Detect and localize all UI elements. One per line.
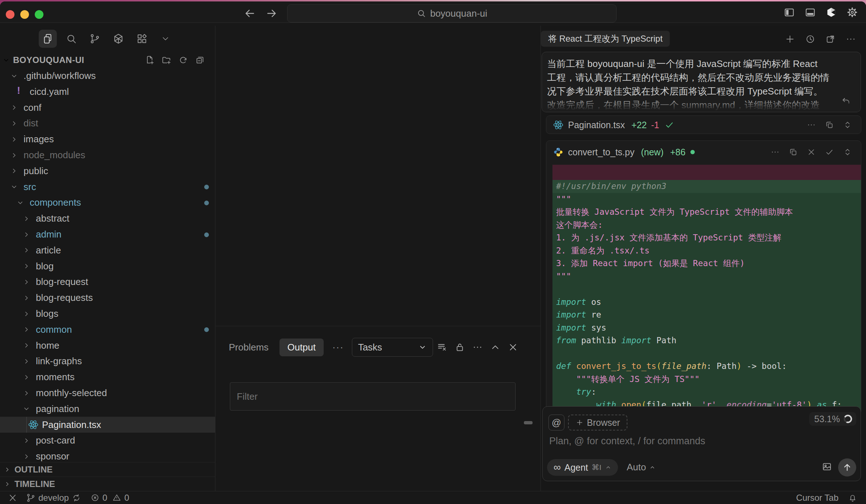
close-icon[interactable] [807,147,816,157]
clear-output-icon[interactable] [437,342,447,353]
problems-status-item[interactable]: 0 0 [91,493,129,503]
collapse-all-icon[interactable] [195,55,205,65]
tree-item-post-card[interactable]: post-card [0,433,215,449]
forward-arrow-icon[interactable] [265,7,278,20]
lock-icon[interactable] [454,342,465,353]
tree-item-pagination[interactable]: pagination [0,401,215,417]
bottom-panel: Problems Output ··· Tasks Filter [216,326,541,491]
search-icon[interactable] [62,30,80,48]
chevron-right-icon [10,151,18,159]
expand-icon[interactable] [843,120,852,130]
new-file-icon[interactable] [145,55,155,65]
tree-item-article[interactable]: article [0,242,215,258]
tree-item-admin[interactable]: admin [0,227,215,243]
chat-panel: 将 React 工程改为 TypeScript 当前工程 boyouquan-u… [541,26,866,491]
chat-tab-title[interactable]: 将 React 工程改为 TypeScript [541,31,670,47]
git-branch-item[interactable]: develop [26,493,81,503]
extensions-icon[interactable] [133,30,151,48]
output-channel-dropdown[interactable]: Tasks [352,338,433,357]
more-icon[interactable] [807,120,816,130]
tab-output[interactable]: Output [279,339,324,356]
more-icon[interactable] [472,342,483,353]
outline-section-header[interactable]: OUTLINE [0,462,215,476]
chevron-down-icon[interactable] [156,30,175,48]
model-selector[interactable]: Auto [627,462,656,473]
agent-mode-selector[interactable]: ∞ Agent ⌘I [547,459,618,476]
close-icon[interactable] [508,342,518,353]
tree-item-public[interactable]: public [0,163,215,179]
sync-icon [72,493,81,503]
explorer-header[interactable]: BOYOUQUAN-UI [0,52,215,68]
tree-item-cicd-yaml[interactable]: !cicd.yaml [0,84,215,100]
tree-item-node-modules[interactable]: node_modules [0,147,215,163]
diff-card-convert-script[interactable]: convert_to_ts.py (new) +86 #!/usr/bin/en… [546,140,861,414]
close-window-button[interactable] [6,10,14,19]
send-button[interactable] [838,458,856,476]
image-attach-icon[interactable] [821,461,832,472]
back-arrow-icon[interactable] [243,7,256,20]
refresh-icon[interactable] [178,55,188,65]
at-mention-button[interactable]: @ [548,415,564,430]
layout-sidebar-icon[interactable] [783,7,795,18]
open-in-editor-icon[interactable] [825,34,836,45]
tree-item-sponsor[interactable]: sponsor [0,449,215,463]
settings-gear-icon[interactable] [846,7,858,18]
chat-input-placeholder[interactable]: Plan, @ for context, / for commands [549,436,705,447]
tree-item-abstract[interactable]: abstract [0,211,215,227]
timeline-section-header[interactable]: TIMELINE [0,476,215,491]
tree-item-pagination-tsx[interactable]: Pagination.tsx [0,417,215,433]
code-line: def convert_js_to_ts(file_path: Path) ->… [552,360,861,373]
tree-item-blog[interactable]: blog [0,258,215,274]
more-icon[interactable] [845,34,856,45]
copy-icon[interactable] [789,147,798,157]
plus-icon[interactable] [785,34,795,45]
tab-problems[interactable]: Problems [229,342,269,353]
chevron-up-icon[interactable] [490,342,501,353]
code-diff-block: #!/usr/bin/env python3"""批量转换 JavaScript… [552,165,861,414]
files-icon[interactable] [39,30,57,48]
more-icon[interactable] [770,147,780,157]
history-icon[interactable] [805,34,816,45]
chat-input-box[interactable]: @ Browser 53.1% Plan, @ for context, / f… [542,406,861,481]
maximize-window-button[interactable] [35,10,43,19]
diff-card-pagination[interactable]: Pagination.tsx +22 -1 [546,116,861,134]
undo-icon[interactable] [840,96,851,107]
chevron-right-icon [22,310,30,318]
tree-item--github-workflows[interactable]: .github/workflows [0,68,215,84]
tree-item-common[interactable]: common [0,322,215,337]
error-icon [91,493,100,502]
activity-bar [0,30,215,48]
browser-chip-button[interactable]: Browser [568,415,627,430]
copy-icon[interactable] [825,120,834,130]
search-input[interactable]: boyouquan-ui [287,4,617,22]
tree-item-conf[interactable]: conf [0,100,215,116]
layout-panel-icon[interactable] [804,7,816,18]
tree-item-monthly-selected[interactable]: monthly-selected [0,385,215,401]
bell-icon[interactable] [848,493,857,503]
scrollbar-thumb[interactable] [524,421,533,424]
source-control-icon[interactable] [86,30,104,48]
status-bar: develop 0 0 Cursor Tab [0,491,866,504]
remote-indicator-icon[interactable] [8,493,17,503]
tree-item-components[interactable]: components [0,195,215,211]
tree-item-dist[interactable]: dist [0,116,215,131]
filter-input[interactable]: Filter [230,382,516,411]
cursor-tab-status[interactable]: Cursor Tab [796,493,838,503]
minimize-window-button[interactable] [20,10,29,19]
chevron-right-icon [4,466,11,473]
tree-item-blog-request[interactable]: blog-request [0,274,215,290]
cube-icon[interactable] [109,30,127,48]
tree-item-blogs[interactable]: blogs [0,306,215,322]
tree-item-src[interactable]: src [0,179,215,195]
tree-item-home[interactable]: home [0,337,215,353]
check-icon[interactable] [825,147,834,157]
new-folder-icon[interactable] [161,55,172,65]
cursor-logo-icon[interactable] [825,7,837,18]
expand-icon[interactable] [843,147,852,157]
tree-item-images[interactable]: images [0,131,215,147]
tree-item-blog-requests[interactable]: blog-requests [0,290,215,306]
chevron-down-icon [2,56,10,64]
more-tabs-icon[interactable]: ··· [332,342,344,353]
tree-item-moments[interactable]: moments [0,369,215,385]
tree-item-link-graphs[interactable]: link-graphs [0,353,215,369]
